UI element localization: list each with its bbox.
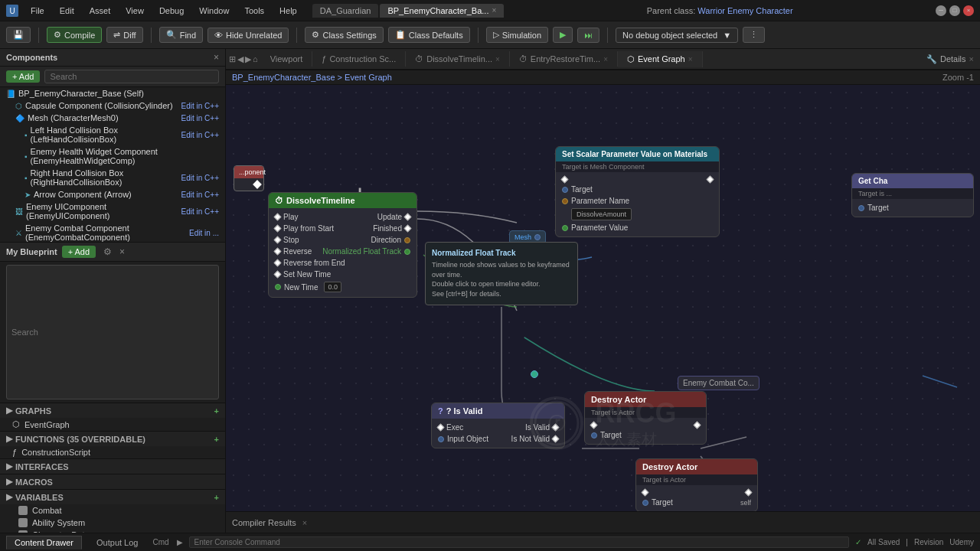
tree-item-combat[interactable]: ⚔ Enemy Combat Component (EnemyCombatCom… [0,222,225,242]
mybp-add-button[interactable]: + Add [62,246,96,258]
timeline-icon: ⏱ [275,196,283,205]
param-name-value[interactable]: DissolveAmount [571,208,632,220]
menu-window[interactable]: Window [193,5,235,17]
mybp-close-icon[interactable]: × [119,246,125,257]
arrow-edit-link[interactable]: Edit in C++ [181,191,219,199]
getchar-body: Target [852,199,973,217]
debug-object-dropdown[interactable]: No debug object selected ▼ [616,28,738,43]
interfaces-category[interactable]: ▶ INTERFACES [0,458,225,474]
nav-back-icon[interactable]: ◀ [237,54,243,64]
diff-button[interactable]: ⇌ Diff [106,27,142,43]
functions-category[interactable]: ▶ FUNCTIONS (35 OVERRIDABLE) + [0,431,225,446]
combat-edit-link[interactable]: Edit in ... [189,229,219,237]
tree-item-capsule[interactable]: ⬡ Capsule Component (CollisionCylinder) … [0,99,225,112]
output-log-tab[interactable]: Output Log [88,536,146,549]
entry-tab-close[interactable]: × [603,55,608,64]
content-drawer-tab[interactable]: Content Drawer [6,536,82,549]
tab-construction[interactable]: ƒ Construction Sc... [312,51,406,67]
mybp-settings-icon[interactable]: ⚙ [103,246,112,257]
menu-debug[interactable]: Debug [153,5,190,17]
debug-extra-button[interactable]: ⋮ [743,27,765,43]
menu-view[interactable]: View [119,5,150,17]
simulation-button[interactable]: ▷ Simulation [486,27,548,43]
tree-item-health[interactable]: ▪ Enemy Health Widget Component (EnemyHe… [0,145,225,167]
menu-help[interactable]: Help [273,5,303,17]
tab-viewport[interactable]: Viewport [261,51,313,67]
event-begin-node[interactable]: ...ponent [234,165,264,191]
tree-item-arrow[interactable]: ➤ Arrow Component (Arrow) Edit in C++ [0,188,225,201]
nav-forward-icon[interactable]: ▶ [245,54,251,64]
console-input[interactable] [189,536,849,548]
lefthand-edit-link[interactable]: Edit in C++ [181,131,219,139]
tab-event-graph[interactable]: ⬡ Event Graph × [618,51,703,67]
class-settings-button[interactable]: ⚙ Class Settings [305,27,383,43]
tab-close-icon[interactable]: × [492,6,496,15]
event-graph-item[interactable]: ⬡ EventGraph [0,418,225,431]
save-button[interactable]: 💾 [6,27,31,43]
uicomp-edit-link[interactable]: Edit in C++ [181,207,219,216]
class-defaults-button[interactable]: 📋 Class Defaults [388,27,470,43]
tab-bp-enemy[interactable]: BP_EnemyCharacter_Ba... × [380,4,504,18]
details-close-icon[interactable]: × [969,54,974,64]
blueprint-canvas[interactable]: ✛ ...ponent ⏱ DissolveTimeline [226,85,980,511]
is-valid-question: ? [438,406,443,416]
dissolve-timeline-node[interactable]: ⏱ DissolveTimeline Play Update [268,192,417,298]
var-combat[interactable]: Combat [0,504,225,517]
components-add-button[interactable]: + Add [6,70,40,83]
construction-script-item[interactable]: ƒ ConstructionScript [0,446,225,458]
components-close-icon[interactable]: × [214,52,219,63]
menu-asset[interactable]: Asset [83,5,117,17]
compiler-tab[interactable]: Compiler Results [232,518,296,527]
tree-item-lefthand[interactable]: ▪ Left Hand Collision Box (LeftHandColli… [0,124,225,145]
finished-exec-pin [404,225,412,233]
macros-category[interactable]: ▶ MACROS [0,474,225,489]
components-search-input[interactable] [44,70,219,83]
hide-unrelated-button[interactable]: 👁 Hide Unrelated [207,28,289,43]
find-button[interactable]: 🔍 Find [159,27,203,43]
func-icon: ƒ [12,448,17,457]
get-char-node[interactable]: Get Cha Target is ... Target [851,173,974,217]
watermark-logo: ⓡ [530,396,583,450]
tab-entry-restore[interactable]: ⏱ EntryRestoreTim... × [510,51,618,67]
tooltip-text: Timeline node shows values to be keyfram… [432,260,571,298]
compile-button[interactable]: ⚙ Compile [47,27,102,43]
mybp-search-input[interactable] [6,265,219,399]
set-scalar-node[interactable]: Set Scalar Parameter Value on Materials … [555,146,720,237]
variables-category[interactable]: ▶ VARIABLES + [0,489,225,504]
menu-file[interactable]: File [24,5,51,17]
menu-edit[interactable]: Edit [54,5,80,17]
var-ability-system[interactable]: Ability System [0,517,225,529]
nav-home-icon[interactable]: ⌂ [253,54,258,64]
lefthand-icon: ▪ [24,131,28,139]
pin-reverse-end: Reverse from End [269,257,416,269]
new-time-value[interactable]: 0.0 [324,282,341,292]
righthand-edit-link[interactable]: Edit in C++ [181,174,219,182]
variables-add-icon[interactable]: + [214,493,219,502]
mesh-edit-link[interactable]: Edit in C++ [181,114,219,122]
graphs-add-icon[interactable]: + [214,406,219,416]
nav-grid-icon[interactable]: ⊞ [229,54,236,64]
dissolve-tab-close[interactable]: × [495,55,500,64]
close-btn[interactable]: × [963,5,974,16]
graphs-category[interactable]: ▶ GRAPHS + [0,403,225,418]
tree-item-righthand[interactable]: ▪ Right Hand Collision Box (RightHandCol… [0,167,225,188]
maximize-btn[interactable]: □ [949,5,960,16]
enemy-combat-node[interactable]: Enemy Combat Co... [678,376,760,390]
compiler-close-icon[interactable]: × [302,518,307,527]
functions-add-icon[interactable]: + [214,435,219,444]
tree-item-uicomp[interactable]: 🖼 Enemy UIComponent (EnemyUIComponent) E… [0,201,225,222]
menu-tools[interactable]: Tools [238,5,270,17]
minimize-btn[interactable]: ─ [936,5,946,16]
tab-da-guardian[interactable]: DA_Guardian [312,4,379,18]
capsule-edit-link[interactable]: Edit in C++ [181,102,219,110]
obj-in-pin [438,436,444,442]
destroy-actor-2-node[interactable]: Destroy Actor Target is Actor [635,458,758,511]
tree-item-self[interactable]: 📘 BP_EnemyCharacter_Base (Self) [0,87,225,99]
tree-item-mesh[interactable]: 🔷 Mesh (CharacterMesh0) Edit in C++ [0,112,225,124]
play-button[interactable]: ▶ [553,27,573,43]
play-step-button[interactable]: ⏭ [577,28,599,43]
reverse-exec [274,248,282,256]
event-tab-close[interactable]: × [688,55,693,64]
tab-dissolve-timeline[interactable]: ⏱ DissolveTimelin... × [406,51,510,67]
svg-text:U: U [9,7,15,15]
